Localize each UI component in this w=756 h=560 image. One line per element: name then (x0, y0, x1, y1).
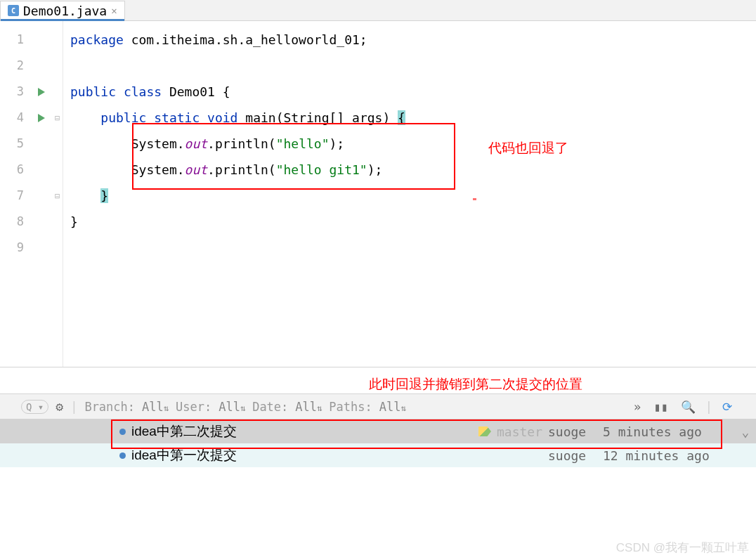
branch-filter-label: Branch: (84, 400, 135, 414)
commit-author: suoge (548, 448, 597, 463)
watermark: CSDN @我有一颗五叶草 (616, 540, 749, 556)
commit-dot-icon (119, 429, 126, 435)
commit-time: 5 minutes ago (603, 424, 729, 439)
date-filter-label: Date: (252, 400, 288, 414)
commit-time: 12 minutes ago (603, 448, 729, 463)
code-editor[interactable]: 1 2 3 4 5 6 7 8 9 ⊟ ⊟ package com.ith (0, 21, 756, 367)
tab-bar: C Demo01.java ✕ (0, 0, 756, 21)
expand-icon[interactable]: ⌄ (735, 424, 756, 439)
date-filter[interactable]: All⇅ (295, 400, 322, 414)
fold-gutter: ⊟ ⊟ (52, 21, 63, 367)
close-tab-icon[interactable]: ✕ (111, 5, 117, 16)
find-icon[interactable]: 🔍 (678, 400, 698, 414)
paths-filter-label: Paths: (329, 400, 372, 414)
gutter: 1 2 3 4 5 6 7 8 9 ⊟ ⊟ (0, 21, 63, 367)
pause-icon[interactable]: ▮▮ (651, 400, 670, 414)
line-numbers: 1 2 3 4 5 6 7 8 9 (7, 21, 31, 367)
user-filter[interactable]: All⇅ (219, 400, 245, 414)
commit-dot-icon (119, 452, 126, 459)
fold-end-icon[interactable]: ⊟ (52, 183, 63, 209)
user-filter-label: User: (176, 400, 211, 414)
commit-author: suoge (548, 424, 597, 439)
gear-icon[interactable] (56, 399, 63, 414)
more-icon[interactable]: » (631, 400, 644, 414)
paths-filter[interactable]: All⇅ (379, 400, 406, 414)
code-content[interactable]: package com.itheima.sh.a_helloworld_01; … (63, 21, 756, 367)
panel-divider (0, 367, 756, 393)
tag-icon (478, 426, 491, 436)
commit-row[interactable]: idea中第一次提交 suoge 12 minutes ago (0, 443, 756, 467)
commit-message: idea中第二次提交 (131, 422, 473, 441)
run-class-icon[interactable] (38, 88, 45, 96)
class-file-icon: C (8, 5, 19, 16)
fold-icon[interactable]: ⊟ (52, 105, 63, 131)
commit-row[interactable]: idea中第二次提交 master suoge 5 minutes ago ⌄ (0, 419, 756, 443)
branch-label: master (497, 424, 542, 439)
git-toolbar: Q ▾ | Branch: All⇅ User: All⇅ Date: All⇅… (0, 394, 756, 419)
file-tab[interactable]: C Demo01.java ✕ (0, 1, 125, 20)
refresh-icon[interactable]: ⟳ (719, 400, 735, 414)
commit-list: idea中第二次提交 master suoge 5 minutes ago ⌄ … (0, 419, 756, 467)
run-main-icon[interactable] (38, 114, 45, 122)
run-gutter (31, 21, 52, 367)
commit-message: idea中第一次提交 (131, 446, 542, 464)
caret-icon (473, 198, 476, 200)
branch-filter[interactable]: All⇅ (142, 400, 169, 414)
git-log-panel: Q ▾ | Branch: All⇅ User: All⇅ Date: All⇅… (0, 393, 756, 467)
tab-filename: Demo01.java (23, 4, 107, 18)
search-field[interactable]: Q ▾ (21, 400, 48, 414)
